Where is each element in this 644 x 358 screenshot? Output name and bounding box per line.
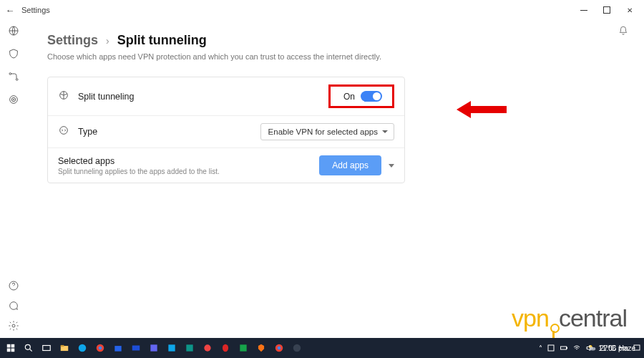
page-title: Split tunneling [117, 33, 207, 47]
window-title: Settings [21, 6, 50, 14]
svg-marker-10 [457, 101, 507, 118]
svg-point-5 [13, 99, 14, 100]
svg-rect-37 [567, 347, 567, 349]
expand-icon[interactable] [389, 164, 394, 168]
split-tunneling-toggle[interactable] [361, 91, 382, 102]
svg-point-1 [9, 73, 11, 75]
nvidia-icon[interactable] [547, 344, 555, 352]
battery-icon[interactable] [560, 344, 568, 352]
settings-icon[interactable] [7, 319, 20, 332]
svg-rect-38 [634, 345, 640, 350]
outlook-icon[interactable] [164, 341, 180, 355]
svg-point-15 [25, 344, 30, 349]
svg-rect-18 [61, 345, 64, 347]
volume-icon[interactable] [585, 344, 594, 352]
brave-icon[interactable] [253, 341, 269, 355]
svg-point-2 [16, 79, 18, 81]
app-icon-3[interactable] [200, 341, 215, 355]
chrome-icon-2[interactable] [271, 341, 287, 355]
toggle-highlight-box: On [328, 84, 394, 108]
taskview-icon[interactable] [39, 341, 54, 355]
svg-rect-25 [168, 344, 175, 351]
notifications-icon[interactable] [618, 26, 628, 39]
settings-window: ← Settings ✕ Settings › Split tun [0, 0, 644, 338]
selected-apps-row: Selected apps Split tunneling applies to… [48, 148, 404, 183]
svg-point-3 [10, 96, 18, 104]
svg-point-32 [293, 344, 301, 352]
search-icon[interactable] [21, 341, 36, 355]
svg-rect-11 [7, 344, 11, 348]
help-icon[interactable] [7, 279, 20, 292]
shield-icon[interactable] [7, 47, 20, 60]
system-tray[interactable]: ˄ 11:06 pm [539, 344, 641, 352]
route-icon[interactable] [7, 70, 20, 83]
svg-point-21 [99, 347, 102, 350]
content-area: Settings › Split tunneling Choose which … [27, 20, 644, 338]
breadcrumb-separator: › [106, 35, 109, 47]
svg-rect-13 [7, 349, 11, 352]
explorer-icon[interactable] [57, 341, 72, 355]
type-dropdown[interactable]: Enable VPN for selected apps [260, 123, 394, 140]
svg-rect-16 [43, 346, 51, 351]
svg-rect-24 [150, 344, 157, 351]
close-button[interactable]: ✕ [618, 0, 641, 20]
svg-rect-12 [11, 344, 15, 348]
sidebar [0, 20, 27, 338]
type-label: Type [78, 127, 97, 137]
titlebar: ← Settings ✕ [0, 0, 644, 20]
selected-apps-label: Selected apps [58, 156, 220, 166]
app-icon-2[interactable] [182, 341, 197, 355]
selected-apps-sublabel: Split tunneling applies to the apps adde… [58, 168, 220, 175]
svg-rect-22 [114, 346, 121, 352]
windows-taskbar[interactable]: 27°C Haze ˄ 11:06 pm [0, 338, 644, 358]
svg-point-31 [278, 347, 281, 350]
start-button[interactable] [3, 341, 19, 355]
wifi-icon[interactable] [572, 344, 581, 352]
toggle-state-label: On [343, 92, 355, 102]
settings-card: Split tunneling On Type Enable VPN for s… [47, 77, 405, 183]
svg-rect-36 [561, 347, 567, 349]
store-icon[interactable] [110, 341, 126, 355]
split-label: Split tunneling [78, 92, 135, 102]
breadcrumb-root[interactable]: Settings [47, 33, 98, 47]
svg-point-19 [79, 344, 87, 352]
svg-point-7 [12, 324, 15, 327]
opera-icon[interactable] [218, 341, 233, 355]
maximize-button[interactable] [595, 0, 618, 20]
chat-icon[interactable] [7, 299, 20, 312]
page-subtitle: Choose which apps need VPN protection an… [47, 52, 630, 61]
app-icon-5[interactable] [289, 341, 305, 355]
split-tunneling-row: Split tunneling On [48, 77, 404, 116]
edge-icon[interactable] [74, 341, 90, 355]
split-icon [58, 90, 71, 104]
globe-icon[interactable] [7, 24, 20, 37]
breadcrumb: Settings › Split tunneling [47, 33, 630, 48]
app-icon-1[interactable] [146, 341, 162, 355]
svg-point-28 [223, 344, 228, 352]
svg-rect-26 [186, 344, 192, 351]
add-apps-button[interactable]: Add apps [319, 155, 381, 175]
back-button[interactable]: ← [3, 5, 17, 16]
tray-chevron-icon[interactable]: ˄ [539, 344, 542, 352]
chrome-icon[interactable] [92, 341, 108, 355]
svg-rect-23 [132, 346, 140, 351]
svg-rect-29 [240, 344, 246, 351]
svg-rect-14 [11, 349, 15, 352]
mail-icon[interactable] [128, 341, 144, 355]
clock[interactable]: 11:06 pm [598, 344, 628, 352]
svg-rect-35 [548, 345, 554, 351]
annotation-arrow [457, 99, 507, 123]
svg-point-9 [60, 127, 68, 135]
notification-center-icon[interactable] [633, 344, 641, 352]
svg-point-27 [204, 344, 210, 351]
type-row: Type Enable VPN for selected apps [48, 116, 404, 148]
app-icon-4[interactable] [235, 341, 251, 355]
minimize-button[interactable] [572, 0, 595, 20]
type-icon [58, 125, 71, 139]
vpncentral-logo: vpncentral [512, 304, 627, 332]
svg-point-4 [11, 97, 15, 101]
target-icon[interactable] [7, 93, 20, 106]
